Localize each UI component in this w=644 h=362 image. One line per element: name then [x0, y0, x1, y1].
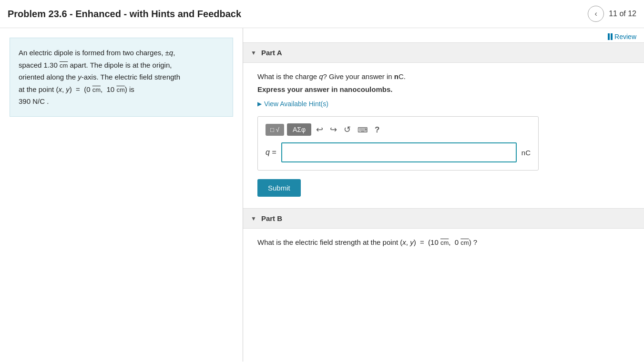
left-panel: An electric dipole is formed from two ch…	[0, 28, 243, 362]
redo-button[interactable]: ↪	[328, 123, 339, 136]
top-header: Problem 23.6 - Enhanced - with Hints and…	[0, 0, 644, 28]
keyboard-button[interactable]: ⌨	[356, 124, 370, 136]
unit-label: nC	[521, 149, 531, 157]
square-root-icon: □	[270, 126, 274, 133]
answer-input[interactable]	[281, 142, 517, 162]
part-b-header[interactable]: ▼ Part B	[243, 208, 644, 229]
problem-text-line1: An electric dipole is formed from two ch…	[19, 47, 224, 59]
redo-icon: ↪	[330, 125, 337, 134]
part-b-question: What is the electric field strength at t…	[257, 238, 630, 246]
review-link[interactable]: Review	[608, 33, 636, 40]
part-b-label: Part B	[261, 214, 282, 222]
part-a-label: Part A	[261, 49, 282, 57]
part-a-header[interactable]: ▼ Part A	[243, 42, 644, 63]
part-b-content: What is the electric field strength at t…	[243, 229, 644, 256]
refresh-icon: ↺	[344, 125, 351, 134]
nav-count: 11 of 12	[609, 10, 636, 18]
part-a-section: ▼ Part A What is the charge q? Give your…	[243, 42, 644, 208]
keyboard-icon: ⌨	[358, 126, 368, 134]
hint-arrow-icon: ▶	[257, 101, 262, 107]
submit-button[interactable]: Submit	[257, 179, 301, 197]
math-template-button[interactable]: □ √	[266, 124, 284, 136]
answer-box: □ √ ΑΣφ ↩ ↪ ↺	[257, 116, 539, 171]
hint-label: View Available Hint(s)	[264, 100, 328, 108]
review-icon-bar2	[611, 33, 613, 40]
problem-title: Problem 23.6 - Enhanced - with Hints and…	[8, 9, 241, 20]
problem-text-line2: spaced 1.30 cm apart. The dipole is at t…	[19, 59, 224, 71]
part-a-content: What is the charge q? Give your answer i…	[243, 63, 644, 208]
input-row: q = nC	[266, 142, 531, 162]
part-a-question: What is the charge q? Give your answer i…	[257, 72, 630, 80]
undo-button[interactable]: ↩	[314, 123, 325, 136]
q-equals-label: q =	[266, 148, 276, 157]
problem-text-line3: oriented along the y-axis. The electric …	[19, 71, 224, 83]
problem-text-line5: 390 N/C .	[19, 95, 224, 108]
fraction-icon: √	[276, 126, 279, 133]
part-b-section: ▼ Part B What is the electric field stre…	[243, 208, 644, 256]
nav-controls: ‹ 11 of 12	[588, 6, 636, 22]
problem-text-line4: at the point (x, y) = (0 cm, 10 cm) is	[19, 83, 224, 96]
review-bar: Review	[243, 28, 644, 42]
symbol-button[interactable]: ΑΣφ	[287, 123, 311, 136]
refresh-button[interactable]: ↺	[342, 123, 353, 136]
alpha-sigma-phi-label: ΑΣφ	[293, 126, 306, 133]
part-a-instruction: Express your answer in nanocoulombs.	[257, 85, 630, 93]
toolbar: □ √ ΑΣφ ↩ ↪ ↺	[266, 123, 531, 136]
review-icon	[608, 33, 613, 40]
review-icon-bar1	[608, 33, 610, 40]
question-mark-icon: ?	[375, 125, 379, 134]
help-button[interactable]: ?	[373, 124, 381, 136]
prev-button[interactable]: ‹	[588, 6, 604, 22]
problem-box: An electric dipole is formed from two ch…	[10, 38, 233, 117]
chevron-left-icon: ‹	[595, 10, 597, 18]
hint-link[interactable]: ▶ View Available Hint(s)	[257, 100, 630, 108]
part-a-collapse-arrow: ▼	[251, 50, 256, 56]
part-b-collapse-arrow: ▼	[251, 215, 256, 222]
submit-label: Submit	[268, 184, 290, 192]
right-panel: Review ▼ Part A What is the charge q? Gi…	[243, 28, 644, 362]
undo-icon: ↩	[316, 125, 323, 134]
review-label: Review	[614, 33, 636, 40]
main-layout: An electric dipole is formed from two ch…	[0, 28, 644, 362]
